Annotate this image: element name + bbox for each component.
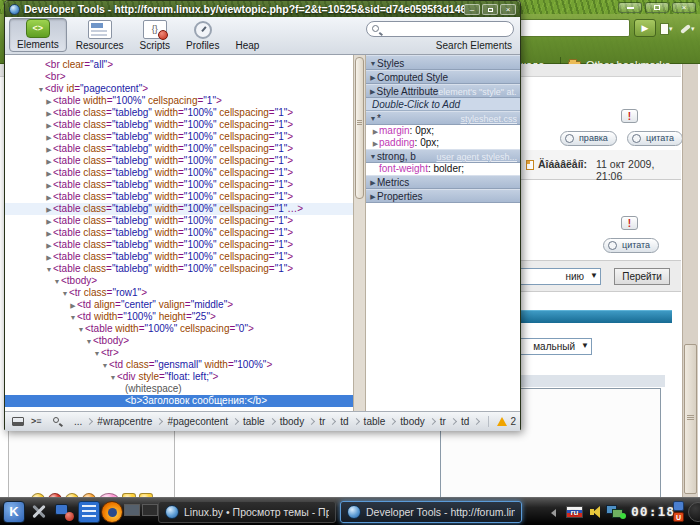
- collapsed-arrow-icon[interactable]: ▶: [372, 138, 379, 150]
- tab-heap[interactable]: Heap: [228, 18, 266, 52]
- page-scrollbar[interactable]: [682, 64, 698, 497]
- panel-section-metrics[interactable]: ▶Metrics: [366, 175, 520, 189]
- expanded-arrow-icon[interactable]: ▼: [369, 150, 377, 162]
- breadcrumb-item[interactable]: td: [456, 416, 474, 427]
- tree-row[interactable]: <br>: [5, 71, 353, 83]
- breadcrumb-item[interactable]: tbody: [275, 416, 309, 427]
- tree-row[interactable]: ▶<table class="tablebg" width="100%" cel…: [5, 215, 353, 227]
- css-property-row[interactable]: font-weight: bolder;: [366, 163, 520, 175]
- breadcrumb-item[interactable]: td: [335, 416, 353, 427]
- search-nodes-button[interactable]: [49, 415, 67, 429]
- tree-row[interactable]: ▼<div id="pagecontent">: [5, 83, 353, 95]
- style-rule-header[interactable]: ▼*stylesheet.css: [366, 111, 520, 125]
- breadcrumb-item[interactable]: tr: [314, 416, 330, 427]
- tree-row[interactable]: ▶<table width="100%" cellspacing="1">: [5, 95, 353, 107]
- plasma-cashew-icon[interactable]: [688, 502, 700, 522]
- keyboard-layout-flag[interactable]: ru: [566, 506, 583, 518]
- panel-section-style-attribute[interactable]: ▶Style Attributeelement's "style" at...: [366, 84, 520, 98]
- breadcrumb-item[interactable]: #wrapcentre: [92, 416, 157, 427]
- tree-row[interactable]: ▼<tr>: [5, 347, 353, 359]
- tree-row[interactable]: ▶<table class="tablebg" width="100%" cel…: [5, 167, 353, 179]
- tree-row[interactable]: ▼<tr class="row1">: [5, 287, 353, 299]
- desktop-1[interactable]: [124, 504, 140, 516]
- tree-row[interactable]: (whitespace): [5, 383, 353, 395]
- panel-section-styles[interactable]: ▼Styles: [366, 55, 520, 70]
- quote-post-button[interactable]: цитата: [603, 238, 659, 253]
- jump-go-button[interactable]: Перейти: [614, 268, 670, 285]
- tree-row[interactable]: ▼<td width="100%" height="25">: [5, 311, 353, 323]
- error-warning-badge[interactable]: 2: [488, 416, 516, 427]
- breadcrumb-item[interactable]: #pagecontent: [162, 416, 233, 427]
- tree-row[interactable]: ▼<tbody>: [5, 335, 353, 347]
- utorrent-icon[interactable]: U: [673, 512, 684, 522]
- tree-row[interactable]: ▶<table class="tablebg" width="100%" cel…: [5, 251, 353, 263]
- rule-source-link[interactable]: user agent stylesh...: [436, 150, 517, 162]
- style-rule-header[interactable]: ▼strong, buser agent stylesh...: [366, 149, 520, 163]
- tree-row[interactable]: ▶<table class="tablebg" width="100%" cel…: [5, 227, 353, 239]
- breadcrumb-item[interactable]: tbody: [395, 416, 429, 427]
- remote-desktop-icon[interactable]: [53, 501, 75, 523]
- text-editor-icon[interactable]: [78, 501, 100, 523]
- tree-row[interactable]: ▶<table class="tablebg" width="100%" cel…: [5, 143, 353, 155]
- tree-row[interactable]: ▶<table class="tablebg" width="100%" cel…: [5, 179, 353, 191]
- collapsed-arrow-icon[interactable]: ▶: [369, 85, 377, 97]
- tree-row[interactable]: ▶<td align="center" valign="middle">: [5, 299, 353, 311]
- expanded-arrow-icon[interactable]: ▼: [369, 56, 377, 69]
- dock-side-button[interactable]: [9, 415, 27, 429]
- network-icon[interactable]: [606, 505, 626, 519]
- search-input[interactable]: [366, 21, 514, 37]
- page-menu-button[interactable]: ▾: [660, 19, 678, 37]
- tree-row[interactable]: <br clear="all">: [5, 59, 353, 71]
- tree-scrollbar[interactable]: [353, 55, 366, 411]
- system-settings-icon[interactable]: [28, 501, 50, 523]
- tree-row[interactable]: ▶<table class="tablebg" width="100%" cel…: [5, 191, 353, 203]
- tree-row[interactable]: <b>Заголовок сообщения:</b>: [5, 395, 353, 407]
- devtools-minimize-button[interactable]: –: [464, 4, 480, 15]
- devtools-titlebar[interactable]: Developer Tools - http://forum.linux.by/…: [5, 1, 520, 17]
- tree-row[interactable]: ▶<table class="tablebg" width="100%" cel…: [5, 119, 353, 131]
- expanded-arrow-icon[interactable]: ▼: [369, 112, 377, 124]
- tab-elements[interactable]: <>Elements: [9, 18, 67, 52]
- tree-row[interactable]: ▼<table width="100%" cellspacing="0">: [5, 323, 353, 335]
- clock[interactable]: 00:18: [631, 504, 671, 519]
- tree-row[interactable]: ▼<table class="tablebg" width="100%" cel…: [5, 263, 353, 275]
- browser-maximize-button[interactable]: [645, 2, 669, 13]
- panel-section-computed-style[interactable]: ▶Computed Style: [366, 70, 520, 84]
- desktop-pager[interactable]: [124, 504, 158, 516]
- browser-minimize-button[interactable]: [618, 2, 642, 13]
- tree-row[interactable]: ▶<table class="tablebg" width="100%" cel…: [5, 239, 353, 251]
- devtools-close-button[interactable]: ×: [500, 4, 516, 15]
- tree-row[interactable]: ▶<table class="tablebg" width="100%" cel…: [5, 131, 353, 143]
- tree-row[interactable]: ▼<div style="float: left;">: [5, 371, 353, 383]
- tab-scripts[interactable]: {}Scripts: [133, 18, 178, 52]
- edit-post-button[interactable]: правка: [560, 131, 617, 146]
- collapsed-arrow-icon[interactable]: ▶: [369, 176, 377, 188]
- taskbar-task-devtools[interactable]: Developer Tools - http://forum.linux: [340, 501, 522, 523]
- breadcrumb-item[interactable]: table: [238, 416, 270, 427]
- wrench-menu-button[interactable]: ▾: [680, 19, 698, 37]
- panel-section-properties[interactable]: ▶Properties: [366, 189, 520, 203]
- css-property-row[interactable]: ▶padding: 0px;: [366, 137, 520, 149]
- tray-expand-icon[interactable]: [551, 509, 556, 517]
- devtools-maximize-button[interactable]: [482, 4, 498, 15]
- tree-scrollbar-thumb[interactable]: [355, 57, 364, 199]
- breadcrumb-item[interactable]: table: [359, 416, 391, 427]
- tree-row[interactable]: ▶<table class="tablebg" width="100%" cel…: [5, 107, 353, 119]
- go-button[interactable]: ▶: [634, 19, 656, 37]
- tree-row[interactable]: ▼<td class="gensmall" width="100%">: [5, 359, 353, 371]
- add-style-row[interactable]: Double-Click to Add: [366, 98, 520, 111]
- tab-resources[interactable]: Resources: [69, 18, 131, 52]
- collapsed-arrow-icon[interactable]: ▶: [369, 190, 377, 202]
- tray-app-icon[interactable]: [673, 501, 684, 511]
- breadcrumb-item[interactable]: tr: [435, 416, 451, 427]
- quote-post-button[interactable]: цитата: [627, 131, 683, 146]
- tree-row[interactable]: ▶<table class="tablebg" width="100%" cel…: [5, 203, 353, 215]
- collapsed-arrow-icon[interactable]: ▶: [369, 71, 377, 83]
- tree-row[interactable]: ▶<table class="tablebg" width="100%" cel…: [5, 155, 353, 167]
- breadcrumb-item[interactable]: ...: [69, 416, 87, 427]
- kde-menu-button[interactable]: K: [3, 501, 25, 523]
- desktop-2[interactable]: [142, 504, 158, 516]
- page-scrollbar-thumb[interactable]: [684, 344, 697, 494]
- report-post-button[interactable]: !: [621, 216, 638, 230]
- tree-row[interactable]: ▼<tbody>: [5, 275, 353, 287]
